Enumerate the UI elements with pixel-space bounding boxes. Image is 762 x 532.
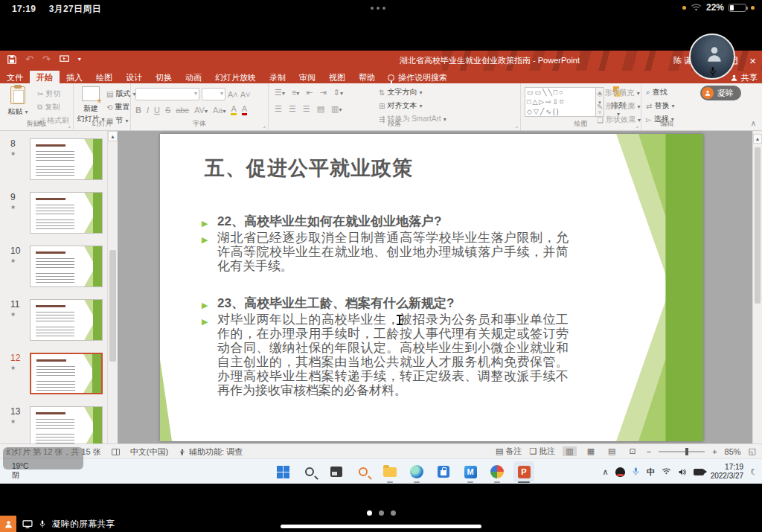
character-spacing-button[interactable]: AV▾ bbox=[194, 106, 208, 115]
shape-effects-button[interactable]: ❏形状效果▾ bbox=[597, 115, 641, 125]
align-right-button[interactable]: ☰ bbox=[303, 104, 310, 114]
collapse-ribbon-icon[interactable]: ∧ bbox=[751, 119, 756, 127]
zoom-level[interactable]: 85% bbox=[725, 447, 741, 456]
tab-file[interactable]: 文件 bbox=[0, 71, 30, 83]
qat-customize-icon[interactable]: ▾ bbox=[78, 56, 81, 63]
shapes-gallery[interactable]: ▭▭╲╲□○□△▷⇨⇩⌑◇▽╱∿{} bbox=[525, 87, 596, 117]
tray-camera-icon[interactable] bbox=[694, 469, 704, 475]
strikethrough-button[interactable]: S bbox=[165, 106, 170, 115]
zoom-out-button[interactable]: − bbox=[647, 447, 651, 456]
thumbnail-slide-9[interactable]: 9★ bbox=[0, 190, 107, 238]
app-dark-window[interactable] bbox=[326, 461, 347, 482]
copy-button[interactable]: ⧉复制 bbox=[37, 102, 69, 112]
highlight-color-button[interactable]: A bbox=[231, 104, 236, 115]
tell-me-search[interactable]: 操作说明搜索 bbox=[388, 71, 447, 83]
tray-speaker-icon[interactable] bbox=[678, 468, 687, 476]
fit-to-window-icon[interactable]: ◱ bbox=[749, 446, 756, 456]
font-name-select[interactable] bbox=[135, 88, 199, 100]
decrease-indent-button[interactable]: ⇤ bbox=[306, 88, 313, 97]
shrink-font-icon[interactable]: A˅ bbox=[240, 90, 251, 99]
tray-expand-icon[interactable]: ∧ bbox=[603, 467, 609, 477]
normal-view-button[interactable]: ▥ bbox=[563, 446, 576, 456]
start-button[interactable] bbox=[272, 461, 293, 482]
answer-22[interactable]: ▶湖北省已经逐步取消全日制普通高等学校毕业生落户限制，允许高等院校毕业生在就业地… bbox=[217, 231, 569, 273]
language-indicator[interactable]: 中文(中国) bbox=[130, 446, 168, 458]
home-indicator[interactable] bbox=[281, 525, 481, 528]
thumbnail-slide-8[interactable]: 8★ bbox=[0, 137, 107, 185]
paragraph-dialog-launcher-icon[interactable]: ⌟ bbox=[515, 122, 518, 129]
close-window-icon[interactable]: × bbox=[749, 54, 756, 67]
font-dialog-launcher-icon[interactable]: ⌟ bbox=[263, 122, 266, 129]
increase-indent-button[interactable]: ⇥ bbox=[320, 88, 327, 97]
shape-fill-button[interactable]: ◇形状填充▾ bbox=[597, 88, 641, 98]
grow-font-icon[interactable]: A˄ bbox=[228, 90, 238, 99]
answer-23[interactable]: ▶对毕业两年以上的高校毕业生，被招录为公务员和事业单位工作的，在办理录用手续时，… bbox=[217, 313, 569, 397]
powerpoint-taskbar-button[interactable]: P bbox=[513, 461, 534, 482]
clear-formatting-button[interactable]: abc bbox=[176, 106, 189, 115]
tab-animations[interactable]: 动画 bbox=[179, 71, 208, 83]
tab-transitions[interactable]: 切换 bbox=[149, 71, 179, 83]
tab-record[interactable]: 录制 bbox=[263, 71, 292, 83]
align-left-button[interactable]: ☰ bbox=[275, 104, 282, 114]
scroll-up-icon[interactable]: ▲ bbox=[108, 131, 118, 141]
qq-icon[interactable] bbox=[615, 467, 625, 477]
thumbnail-slide-10[interactable]: 10★ bbox=[0, 244, 107, 292]
italic-button[interactable]: I bbox=[147, 106, 149, 115]
tray-mic-icon[interactable] bbox=[632, 467, 640, 477]
text-direction-button[interactable]: ⇅文字方向▾ bbox=[379, 87, 446, 97]
tab-slideshow[interactable]: 幻灯片放映 bbox=[208, 71, 263, 83]
thumbnail-scrollbar[interactable]: ▲ bbox=[107, 131, 118, 443]
font-size-select[interactable] bbox=[202, 88, 225, 100]
accessibility-checker[interactable]: 辅助功能: 调查 bbox=[179, 446, 243, 458]
webcam-bubble[interactable] bbox=[689, 33, 735, 80]
numbering-button[interactable]: ≡▾ bbox=[292, 88, 299, 97]
start-slideshow-icon[interactable] bbox=[60, 55, 69, 63]
tray-wifi-icon[interactable] bbox=[662, 468, 671, 475]
weather-widget[interactable]: 19°C 阴 bbox=[12, 462, 28, 480]
file-explorer-button[interactable] bbox=[380, 461, 400, 482]
scrollbar-thumb[interactable] bbox=[109, 250, 116, 362]
app-orange-search[interactable] bbox=[353, 461, 374, 482]
app-colorful[interactable] bbox=[487, 461, 508, 482]
tab-draw[interactable]: 绘图 bbox=[89, 71, 119, 83]
scrollbar-thumb[interactable] bbox=[755, 147, 761, 304]
slide-sorter-view-button[interactable]: ▦ bbox=[584, 446, 598, 456]
redo-icon[interactable]: ↷ bbox=[42, 54, 51, 65]
undo-icon[interactable]: ↶ bbox=[25, 54, 33, 65]
slide-canvas[interactable]: 五、促进公平就业政策 ▶22、高校毕业生如何在就业创业地落户? ▶湖北省已经逐步… bbox=[160, 134, 703, 441]
thumbnail-slide-11[interactable]: 11★ bbox=[0, 298, 107, 345]
tab-review[interactable]: 审阅 bbox=[292, 71, 322, 83]
edge-browser-button[interactable] bbox=[406, 461, 427, 482]
cut-button[interactable]: ✂剪切 bbox=[37, 89, 69, 99]
microsoft-store-button[interactable] bbox=[433, 461, 454, 482]
comments-toggle[interactable]: ❑批注 bbox=[529, 446, 555, 457]
align-center-button[interactable]: ☰ bbox=[289, 104, 296, 114]
zoom-in-button[interactable]: + bbox=[712, 447, 717, 456]
ime-indicator[interactable]: 中 bbox=[647, 467, 655, 478]
underline-button[interactable]: U bbox=[154, 106, 160, 115]
slideshow-view-button[interactable]: ⊡ bbox=[626, 446, 638, 456]
tab-insert[interactable]: 插入 bbox=[60, 71, 89, 83]
screen-share-banner[interactable]: 凝眸的屏幕共享 bbox=[0, 516, 115, 532]
slide-body-textbox[interactable]: ▶22、高校毕业生如何在就业创业地落户? ▶湖北省已经逐步取消全日制普通高等学校… bbox=[217, 214, 569, 420]
question-22[interactable]: ▶22、高校毕业生如何在就业创业地落户? bbox=[217, 214, 569, 228]
paste-button[interactable]: 粘贴 ▾ bbox=[1, 86, 34, 117]
tab-view[interactable]: 视图 bbox=[322, 71, 352, 83]
columns-button[interactable]: ▥▾ bbox=[331, 104, 342, 114]
bullets-button[interactable]: ☰▾ bbox=[275, 88, 285, 97]
align-text-button[interactable]: ⊞对齐文本▾ bbox=[379, 100, 446, 111]
taskbar-search-button[interactable] bbox=[299, 461, 320, 482]
change-case-button[interactable]: Aa▾ bbox=[213, 106, 225, 115]
line-spacing-button[interactable]: ⇕▾ bbox=[333, 88, 343, 97]
focus-assist-moon-icon[interactable]: ☾ bbox=[750, 467, 758, 477]
tab-home[interactable]: 开始 bbox=[30, 71, 60, 83]
share-button[interactable]: 共享 bbox=[730, 72, 758, 83]
presence-pill[interactable]: 凝眸 bbox=[700, 86, 741, 100]
thumbnail-slide-12-selected[interactable]: 12★ bbox=[0, 351, 107, 399]
zoom-slider[interactable] bbox=[659, 451, 705, 452]
tab-design[interactable]: 设计 bbox=[119, 71, 149, 83]
save-icon[interactable] bbox=[7, 55, 16, 64]
clipboard-dialog-launcher-icon[interactable]: ⌟ bbox=[68, 122, 71, 129]
scroll-up-icon[interactable]: ▲ bbox=[753, 134, 762, 144]
shape-outline-button[interactable]: ✎形状轮廓▾ bbox=[597, 101, 641, 112]
